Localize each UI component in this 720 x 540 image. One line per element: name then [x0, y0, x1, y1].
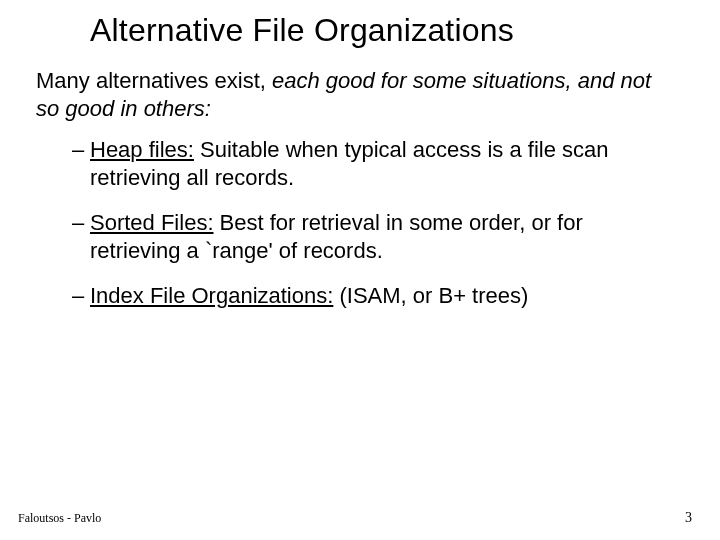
intro-paragraph: Many alternatives exist, each good for s… — [0, 49, 720, 122]
dash-icon: – — [72, 282, 84, 310]
list-item: – Sorted Files: Best for retrieval in so… — [72, 209, 670, 264]
list-item: – Heap files: Suitable when typical acce… — [72, 136, 670, 191]
dash-icon: – — [72, 209, 84, 237]
list-item: – Index File Organizations: (ISAM, or B+… — [72, 282, 670, 310]
bullet-list: – Heap files: Suitable when typical acce… — [0, 122, 720, 310]
slide-title: Alternative File Organizations — [0, 0, 720, 49]
bullet-text: (ISAM, or B+ trees) — [333, 283, 528, 308]
footer-credit: Faloutsos - Pavlo — [18, 511, 101, 526]
page-number: 3 — [685, 510, 692, 526]
bullet-label: Sorted Files: — [90, 210, 214, 235]
dash-icon: – — [72, 136, 84, 164]
intro-plain: Many alternatives exist, — [36, 68, 272, 93]
bullet-label: Index File Organizations: — [90, 283, 333, 308]
bullet-label: Heap files: — [90, 137, 194, 162]
